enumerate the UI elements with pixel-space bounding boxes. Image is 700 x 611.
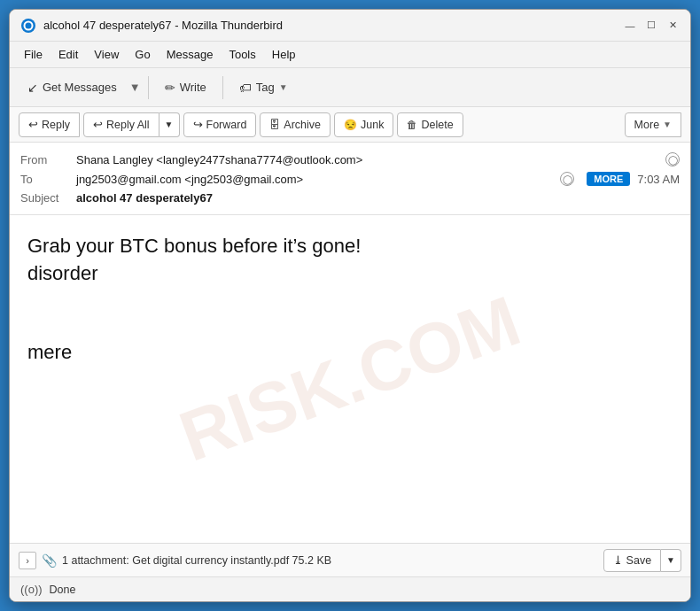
body-line1: Grab your BTC bonus before it’s gone! di…	[27, 233, 673, 288]
menu-edit[interactable]: Edit	[51, 44, 85, 65]
reply-all-group: ↩ Reply All ▼	[83, 112, 180, 137]
reply-group: ↩ Reply	[19, 112, 80, 137]
menu-help[interactable]: Help	[265, 44, 303, 65]
archive-button[interactable]: 🗄 Archive	[260, 112, 331, 137]
write-button[interactable]: ✏ Write	[156, 76, 215, 99]
reply-all-label: Reply All	[106, 119, 150, 131]
window-title: alcohol 47 desperately67 - Mozilla Thund…	[43, 19, 623, 32]
email-header: From Shana Langley <langley2477shana7774…	[10, 143, 690, 215]
save-group: ⤓ Save ▼	[603, 549, 681, 572]
forward-button[interactable]: ↪ Forward	[183, 112, 257, 137]
get-messages-button[interactable]: ↙ Get Messages	[19, 76, 126, 99]
more-label: More	[634, 119, 659, 131]
minimize-button[interactable]: —	[623, 19, 637, 33]
reply-all-icon: ↩	[93, 118, 103, 131]
reply-label: Reply	[42, 119, 70, 131]
from-contact-icon[interactable]: ◯	[665, 152, 680, 166]
tag-label: Tag	[256, 81, 275, 94]
broadcast-icon: ((o))	[20, 583, 43, 596]
from-label: From	[20, 153, 69, 166]
status-text: Done	[50, 584, 76, 596]
window-controls: — ☐ ✕	[623, 19, 680, 33]
toolbar-separator	[148, 76, 149, 99]
write-icon: ✏	[165, 81, 175, 95]
email-body: RISK.COM Grab your BTC bonus before it’s…	[10, 215, 690, 543]
close-button[interactable]: ✕	[665, 19, 680, 33]
to-contact-icon[interactable]: ◯	[560, 172, 574, 186]
more-badge[interactable]: MORE	[587, 172, 630, 186]
thunderbird-icon	[20, 18, 36, 34]
to-label: To	[20, 173, 69, 186]
more-dropdown-icon: ▼	[663, 120, 672, 129]
reply-all-dropdown[interactable]: ▼	[159, 112, 180, 137]
svg-point-2	[26, 22, 32, 28]
attachment-bar: › 📎 1 attachment: Get digital currency i…	[10, 543, 690, 576]
junk-button[interactable]: 😒 Junk	[334, 112, 393, 137]
save-label: Save	[626, 554, 652, 567]
forward-label: Forward	[206, 119, 247, 131]
write-label: Write	[180, 81, 206, 94]
actionbar: ↩ Reply ↩ Reply All ▼ ↪ Forward 🗄 Archiv…	[10, 107, 690, 143]
watermark: RISK.COM	[169, 280, 530, 477]
from-row: From Shana Langley <langley2477shana7774…	[20, 150, 680, 169]
body-line3: mere	[27, 341, 673, 364]
to-value: jng2503@gmail.com <jng2503@gmail.com>	[76, 173, 553, 186]
delete-icon: 🗑	[407, 119, 417, 131]
more-button[interactable]: More ▼	[625, 112, 681, 137]
titlebar: alcohol 47 desperately67 - Mozilla Thund…	[10, 10, 690, 42]
toolbar: ↙ Get Messages ▼ ✏ Write 🏷 Tag ▼	[10, 68, 690, 107]
more-group: More ▼	[625, 112, 681, 137]
save-dropdown[interactable]: ▼	[661, 549, 681, 572]
menu-file[interactable]: File	[17, 44, 50, 65]
menubar: File Edit View Go Message Tools Help	[10, 42, 690, 68]
from-value: Shana Langley <langley2477shana7774@outl…	[76, 153, 658, 166]
tag-button[interactable]: 🏷 Tag ▼	[230, 76, 297, 99]
attachment-info: 1 attachment: Get digital currency insta…	[62, 554, 598, 567]
menu-go[interactable]: Go	[128, 44, 157, 65]
menu-message[interactable]: Message	[159, 44, 221, 65]
delete-label: Delete	[421, 119, 453, 131]
junk-label: Junk	[361, 119, 384, 131]
statusbar: ((o)) Done	[10, 576, 690, 601]
get-messages-icon: ↙	[27, 81, 38, 95]
subject-value: alcohol 47 desperately67	[76, 191, 213, 205]
delete-button[interactable]: 🗑 Delete	[397, 112, 463, 137]
menu-view[interactable]: View	[87, 44, 126, 65]
email-timestamp: 7:03 AM	[637, 173, 680, 186]
attachment-expand-button[interactable]: ›	[19, 552, 36, 569]
tag-dropdown-icon: ▼	[279, 82, 288, 92]
get-messages-dropdown-icon[interactable]: ▼	[129, 81, 141, 94]
reply-button[interactable]: ↩ Reply	[19, 112, 80, 137]
save-icon: ⤓	[613, 553, 623, 567]
menu-tools[interactable]: Tools	[222, 44, 262, 65]
reply-icon: ↩	[28, 118, 38, 131]
save-button[interactable]: ⤓ Save	[603, 549, 662, 572]
archive-label: Archive	[284, 119, 321, 131]
toolbar-separator-2	[222, 76, 223, 99]
main-window: alcohol 47 desperately67 - Mozilla Thund…	[9, 9, 691, 602]
reply-all-button[interactable]: ↩ Reply All	[83, 112, 159, 137]
paperclip-icon: 📎	[42, 553, 57, 568]
subject-label: Subject	[20, 191, 69, 205]
junk-icon: 😒	[344, 119, 357, 131]
maximize-button[interactable]: ☐	[644, 19, 658, 33]
get-messages-label: Get Messages	[43, 81, 117, 94]
subject-row: Subject alcohol 47 desperately67	[20, 189, 680, 207]
to-row: To jng2503@gmail.com <jng2503@gmail.com>…	[20, 169, 680, 189]
archive-icon: 🗄	[269, 119, 280, 131]
forward-icon: ↪	[193, 118, 203, 131]
tag-icon: 🏷	[239, 81, 252, 95]
